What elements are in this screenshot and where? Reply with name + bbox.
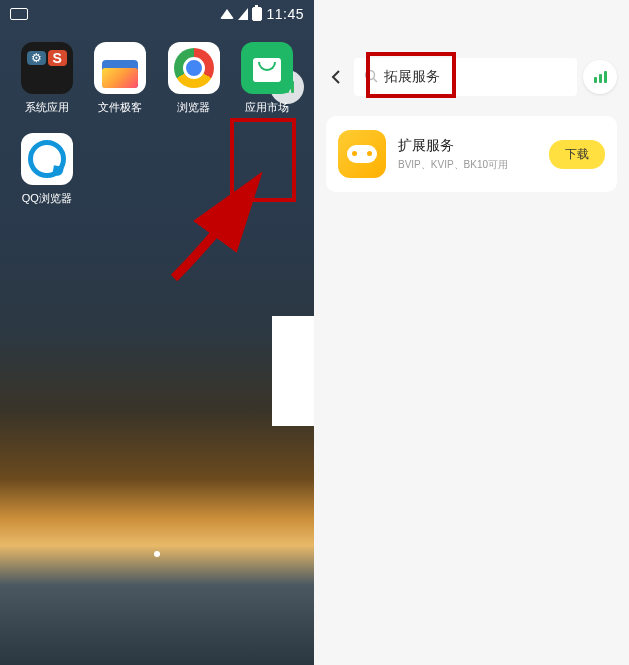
clock: 11:45 — [266, 6, 304, 22]
app-label: QQ浏览器 — [22, 191, 72, 206]
result-app-icon — [338, 130, 386, 178]
qq-browser-icon — [21, 133, 73, 185]
app-files[interactable]: 文件极客 — [90, 42, 152, 115]
svg-line-2 — [374, 78, 378, 82]
app-browser[interactable]: 浏览器 — [163, 42, 225, 115]
app-system[interactable]: ⚙S 系统应用 — [16, 42, 78, 115]
status-bar: 11:45 — [0, 0, 314, 28]
battery-icon — [252, 7, 262, 21]
app-label: 文件极客 — [98, 100, 142, 115]
chevron-left-icon — [331, 69, 341, 85]
result-info: 扩展服务 BVIP、KVIP、BK10可用 — [398, 137, 537, 172]
svg-point-1 — [366, 70, 375, 79]
cell-signal-icon — [238, 8, 248, 20]
search-value: 拓展服务 — [384, 68, 440, 86]
result-subtitle: BVIP、KVIP、BK10可用 — [398, 158, 537, 172]
floating-stats-badge[interactable] — [583, 60, 617, 94]
wifi-icon — [220, 9, 234, 19]
app-label: 系统应用 — [25, 100, 69, 115]
back-button[interactable] — [324, 65, 348, 89]
app-label: 浏览器 — [177, 100, 210, 115]
home-screen: 11:45 ⚙S 系统应用 文件极客 — [0, 0, 314, 665]
system-apps-icon: ⚙S — [21, 42, 73, 94]
files-icon — [94, 42, 146, 94]
chrome-icon — [168, 42, 220, 94]
search-icon — [364, 69, 378, 86]
signal-bars-icon — [594, 71, 607, 83]
app-market[interactable]: 应用市场 — [237, 42, 299, 115]
search-row: 拓展服务 — [314, 0, 629, 112]
app-qq-browser[interactable]: QQ浏览器 — [16, 133, 78, 206]
keyboard-icon — [10, 8, 28, 20]
app-market-icon — [241, 42, 293, 94]
gamepad-icon — [347, 145, 377, 163]
page-indicator — [154, 551, 160, 557]
download-button[interactable]: 下载 — [549, 140, 605, 169]
app-market-screen: 拓展服务 扩展服务 BVIP、KVIP、BK10可用 下载 — [314, 0, 629, 665]
result-title: 扩展服务 — [398, 137, 537, 155]
search-result-card[interactable]: 扩展服务 BVIP、KVIP、BK10可用 下载 — [326, 116, 617, 192]
white-overlay — [272, 316, 314, 426]
app-grid: ⚙S 系统应用 文件极客 浏览器 应用市场 — [0, 28, 314, 220]
search-input[interactable]: 拓展服务 — [354, 58, 577, 96]
